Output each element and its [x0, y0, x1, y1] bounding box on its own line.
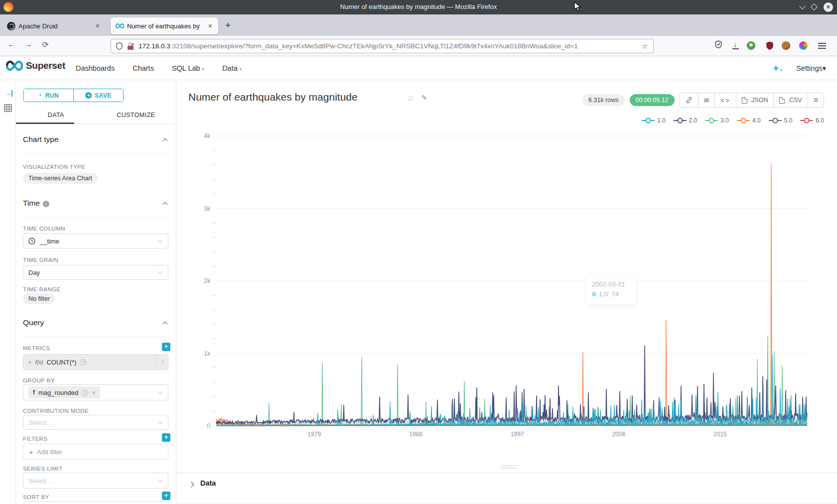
bookmark-star-icon[interactable]: ☆ — [642, 42, 648, 51]
tab-data[interactable]: DATA — [16, 108, 96, 124]
window-maximize-icon[interactable] — [811, 3, 818, 10]
code-icon: <> — [720, 97, 730, 104]
panel-resize-handle[interactable] — [501, 465, 517, 470]
remove-metric-icon[interactable]: × — [28, 359, 32, 366]
legend-item[interactable]: 2.0 — [674, 117, 698, 124]
menu-hamburger-icon[interactable] — [818, 41, 830, 44]
chart-menu-button[interactable]: ≡ — [808, 93, 824, 107]
timeseries-area-chart[interactable]: 01k2k3k4k19791988199720062015 — [176, 126, 837, 454]
legend-item[interactable]: 1.0 — [642, 117, 666, 124]
privacy-badger-icon[interactable] — [747, 41, 759, 50]
ublock-icon[interactable] — [764, 41, 776, 51]
legend-marker-icon — [800, 118, 813, 124]
time-range-pill[interactable]: No filter — [23, 293, 55, 304]
add-filter-plus-button[interactable]: + — [162, 433, 170, 442]
metrics-label: METRICS — [23, 345, 50, 351]
url-bar[interactable]: 172.18.0.3 :32108/superset/explore/?form… — [111, 39, 654, 53]
dataset-grid-icon[interactable] — [4, 104, 12, 112]
tab-close-icon[interactable]: × — [95, 22, 101, 30]
window-close-icon[interactable]: × — [824, 2, 833, 12]
contribution-mode-label: CONTRIBUTION MODE — [23, 408, 89, 414]
run-button[interactable]: ⚡ RUN — [24, 89, 74, 102]
sort-by-label: SORT BY — [23, 494, 49, 500]
metric-item[interactable]: × f(x) COUNT(*) ? — [23, 354, 168, 370]
file-csv-icon — [779, 97, 785, 104]
tab-apache-druid[interactable]: Apache Druid × — [2, 17, 106, 34]
superset-logo[interactable]: Superset — [6, 60, 65, 71]
new-item-button[interactable]: + ▾ — [773, 63, 783, 74]
add-filter-dropzone[interactable]: + Add filter — [23, 444, 168, 460]
info-icon: i — [43, 201, 49, 207]
back-button[interactable]: ← — [5, 40, 18, 49]
section-chart-type[interactable]: Chart type — [23, 135, 59, 144]
caret-down-icon: ▾ — [823, 64, 826, 72]
group-by-chip[interactable]: f mag_rounded ? × — [28, 386, 100, 398]
svg-text:0: 0 — [207, 422, 210, 429]
window-minimize-icon[interactable] — [799, 3, 806, 9]
group-by-select[interactable]: f mag_rounded ? × — [23, 384, 168, 400]
series-limit-select[interactable]: Select ... — [23, 473, 168, 489]
chevron-up-icon[interactable] — [163, 138, 168, 143]
legend-marker-icon — [737, 118, 750, 124]
section-time[interactable]: Timei — [23, 199, 49, 208]
colorful-extension-icon[interactable] — [799, 41, 811, 50]
hamburger-icon: ≡ — [814, 96, 818, 105]
tab-close-icon[interactable]: × — [207, 22, 213, 30]
settings-menu[interactable]: Settings▾ — [796, 64, 826, 72]
downloads-icon[interactable]: ↓ — [729, 40, 741, 49]
insecure-lock-icon[interactable] — [128, 43, 134, 50]
page-title: Numer of earthquakes by magnitude — [188, 91, 358, 103]
tab-superset-explore[interactable]: Numer of earthquakes by × — [111, 17, 218, 34]
legend-label: 2.0 — [689, 117, 698, 124]
nav-data[interactable]: Data▾ — [222, 64, 242, 72]
pocket-shield-icon[interactable] — [712, 40, 724, 50]
sort-by-select[interactable] — [23, 502, 168, 504]
export-json-button[interactable]: .JSON — [736, 93, 774, 107]
cookie-icon[interactable] — [782, 41, 794, 50]
mail-icon: ✉ — [704, 97, 709, 104]
time-range-label: TIME RANGE — [23, 286, 61, 292]
legend-item[interactable]: 3.0 — [705, 117, 729, 124]
expand-data-icon[interactable] — [188, 482, 194, 487]
data-panel-title[interactable]: Data — [200, 479, 216, 487]
add-metric-button[interactable]: + — [162, 343, 170, 351]
reload-button[interactable]: ⟳ — [39, 40, 52, 49]
chart-area: Numer of earthquakes by magnitude ☆ ✎ 6.… — [176, 80, 837, 504]
metric-help-icon[interactable]: ? — [80, 359, 86, 366]
tracking-shield-icon[interactable] — [116, 42, 123, 50]
query-timer-badge: 00:00:05.12 — [630, 94, 675, 106]
new-tab-button[interactable]: + — [225, 20, 231, 31]
metric-expand-arrow[interactable] — [155, 355, 168, 370]
forward-button[interactable]: → — [22, 40, 35, 49]
nav-charts[interactable]: Charts — [133, 64, 154, 72]
caret-down-icon: ▾ — [779, 68, 782, 73]
viz-type-pill[interactable]: Time-series Area Chart — [23, 173, 98, 184]
section-query[interactable]: Query — [23, 318, 44, 327]
nav-dashboards[interactable]: Dashboards — [76, 64, 115, 72]
favorite-star-icon[interactable]: ☆ — [407, 93, 414, 104]
plus-icon: + — [29, 448, 33, 456]
remove-column-icon[interactable]: × — [92, 389, 96, 396]
filters-label: FILTERS — [23, 436, 47, 442]
nav-sql-lab[interactable]: SQL Lab▾ — [172, 64, 204, 72]
legend-item[interactable]: 4.0 — [737, 117, 761, 124]
save-button[interactable]: + SAVE — [74, 89, 123, 102]
edit-properties-icon[interactable]: ✎ — [421, 94, 427, 102]
chevron-up-icon[interactable] — [163, 322, 168, 327]
screen: Numer of earthquakes by magnitude — Mozi… — [0, 0, 837, 504]
tab-customize[interactable]: CUSTOMIZE — [96, 108, 176, 124]
column-help-icon[interactable]: ? — [82, 389, 88, 396]
legend-marker-icon — [705, 118, 718, 124]
contribution-mode-select[interactable]: Select ... — [23, 415, 168, 430]
email-button[interactable]: ✉ — [698, 93, 715, 107]
add-sort-by-button[interactable]: + — [162, 492, 170, 500]
expand-panel-icon[interactable]: → — [4, 90, 12, 97]
legend-item[interactable]: 6.0 — [800, 117, 824, 124]
export-csv-button[interactable]: .CSV — [774, 93, 808, 107]
embed-code-button[interactable]: <> — [715, 93, 736, 107]
chevron-up-icon[interactable] — [163, 202, 168, 207]
copy-link-button[interactable] — [680, 93, 698, 107]
time-grain-select[interactable]: Day — [23, 265, 168, 280]
legend-item[interactable]: 5.0 — [769, 117, 793, 124]
time-column-select[interactable]: __time — [23, 234, 168, 249]
